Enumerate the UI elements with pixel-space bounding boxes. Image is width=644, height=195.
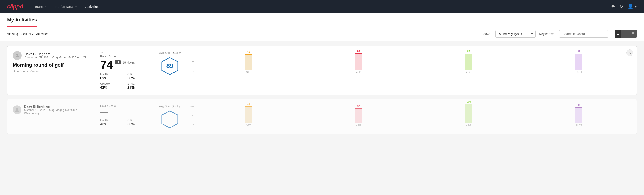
add-circle-icon[interactable]: ⊕ bbox=[611, 4, 615, 9]
grid-view-button[interactable]: ⊞ bbox=[622, 30, 629, 38]
user-info: Dave Billingham October 16, 2021 - Gog M… bbox=[13, 104, 93, 115]
bar-group: 85OTT bbox=[196, 51, 301, 74]
nav-performance-label: Performance bbox=[55, 5, 74, 8]
score-holes: 18 Holes bbox=[122, 61, 135, 64]
nav-activities[interactable]: Activities bbox=[84, 5, 100, 8]
bar-label: APP bbox=[356, 124, 361, 127]
chart-grid: 100 50 0 94OTT82APP106ARG87PUTT bbox=[190, 104, 631, 127]
gir-label: GIR bbox=[128, 73, 149, 76]
search-input[interactable] bbox=[559, 30, 608, 38]
stats-grid: FW Hit 43% GIR 56% bbox=[100, 119, 149, 126]
nav-teams-label: Teams bbox=[34, 5, 44, 8]
bar-fill bbox=[245, 54, 252, 70]
user-profile-icon[interactable]: 👤 ▾ bbox=[628, 4, 637, 9]
svg-point-0 bbox=[16, 54, 18, 56]
activities-list: Dave Billingham December 05, 2021 - Gog … bbox=[0, 41, 644, 142]
score-big: — bbox=[100, 108, 108, 116]
nav-icons: ⊕ ↻ 👤 ▾ bbox=[611, 4, 637, 9]
up-down-value: 43% bbox=[100, 86, 122, 90]
bar-top-line bbox=[245, 54, 252, 55]
refresh-icon[interactable]: ↻ bbox=[620, 4, 623, 9]
bar-top-line bbox=[465, 104, 472, 104]
brand-logo: clippd bbox=[7, 3, 23, 10]
shot-quality-label: Avg Shot Quality bbox=[159, 104, 181, 108]
round-stats: Round Score — FW Hit 43% GIR 56% bbox=[100, 104, 149, 126]
viewing-total: 29 bbox=[32, 32, 36, 36]
y-label-100: 100 bbox=[190, 104, 194, 107]
bar-label: OTT bbox=[246, 124, 251, 127]
bar-group: 90APP bbox=[306, 50, 411, 74]
bar-group: 87PUTT bbox=[526, 104, 631, 127]
bar-label: ARG bbox=[466, 71, 472, 74]
bar-fill bbox=[465, 54, 472, 70]
fw-hit-stat: FW Hit 43% bbox=[100, 119, 122, 126]
shot-quality: Avg Shot Quality bbox=[156, 104, 183, 129]
bar-fill bbox=[355, 108, 362, 123]
bar-value-label: 82 bbox=[357, 105, 360, 108]
hex-score: 89 bbox=[166, 62, 173, 70]
data-source: Data Source: Arccos bbox=[13, 70, 93, 73]
show-label: Show: bbox=[481, 32, 490, 36]
nav-teams[interactable]: Teams ▾ bbox=[34, 5, 47, 8]
page-title: My Activities bbox=[7, 13, 37, 26]
bar-group: 82APP bbox=[306, 105, 411, 127]
y-label-0: 0 bbox=[193, 124, 194, 127]
up-down-stat: Up/Down 43% bbox=[100, 82, 122, 90]
round-score-label: 74 bbox=[100, 51, 149, 54]
y-axis: 100 50 0 bbox=[190, 104, 196, 127]
round-score-row: 74 +4 18 Holes bbox=[100, 59, 149, 70]
compact-view-icon: ☰ bbox=[632, 32, 635, 36]
card-left: Dave Billingham December 05, 2021 - Gog … bbox=[13, 51, 93, 73]
card-left: Dave Billingham October 16, 2021 - Gog M… bbox=[13, 104, 93, 117]
bar-top-line bbox=[355, 108, 362, 109]
page-header: My Activities bbox=[0, 13, 644, 27]
y-label-50: 50 bbox=[192, 114, 194, 117]
y-label-0: 0 bbox=[193, 71, 194, 74]
y-label-50: 50 bbox=[192, 61, 194, 64]
user-info: Dave Billingham December 05, 2021 - Gog … bbox=[13, 51, 93, 60]
bar-top-line bbox=[465, 54, 472, 54]
bar-value-label: 89 bbox=[577, 50, 580, 53]
activity-title: Morning round of golf bbox=[13, 62, 93, 68]
fw-hit-label: FW Hit bbox=[100, 119, 122, 122]
shot-quality-chart: ✎ 100 50 0 85OTT90APP89ARG89PUTT bbox=[190, 51, 631, 74]
fw-hit-value: 43% bbox=[100, 122, 122, 126]
bar-label: PUTT bbox=[576, 124, 582, 127]
score-badge: +4 bbox=[115, 60, 121, 64]
filter-bar: Viewing 12 out of 29 Activities Show: Al… bbox=[0, 27, 644, 41]
activity-type-select[interactable]: All Activity Types Rounds Practice bbox=[496, 30, 536, 38]
bar-value-label: 106 bbox=[466, 100, 471, 103]
main-nav: clippd Teams ▾ Performance ▾ Activities … bbox=[0, 0, 644, 13]
bar-top-line bbox=[245, 106, 252, 107]
bar-top-line bbox=[575, 107, 582, 108]
bar-fill bbox=[465, 104, 472, 123]
bar-value-label: 94 bbox=[247, 102, 250, 106]
bar-fill bbox=[575, 107, 582, 123]
y-axis: 100 50 0 bbox=[190, 51, 196, 74]
hexagon-badge: 89 bbox=[160, 57, 179, 76]
compact-view-button[interactable]: ☰ bbox=[629, 30, 637, 38]
bar-group: 89ARG bbox=[416, 50, 521, 74]
bar-value-label: 89 bbox=[467, 50, 470, 53]
keywords-label: Keywords: bbox=[539, 32, 554, 36]
activity-date: December 05, 2021 - Gog Magog Golf Club … bbox=[24, 56, 88, 59]
svg-point-2 bbox=[16, 108, 18, 110]
grid-view-icon: ⊞ bbox=[624, 32, 626, 36]
fw-hit-label: FW Hit bbox=[100, 73, 122, 76]
list-view-icon: ≡ bbox=[617, 32, 619, 36]
fw-hit-value: 62% bbox=[100, 76, 122, 80]
bar-top-line bbox=[355, 53, 362, 54]
hexagon-badge bbox=[160, 110, 179, 129]
nav-performance[interactable]: Performance ▾ bbox=[54, 5, 78, 8]
list-view-button[interactable]: ≡ bbox=[614, 30, 621, 38]
bar-group: 106ARG bbox=[416, 100, 521, 127]
bar-fill bbox=[245, 106, 252, 123]
shot-quality-label: Avg Shot Quality bbox=[159, 51, 181, 54]
bar-label: ARG bbox=[466, 124, 472, 127]
bar-fill bbox=[575, 54, 582, 70]
svg-marker-3 bbox=[162, 111, 178, 128]
activity-type-select-wrapper: All Activity Types Rounds Practice bbox=[496, 30, 536, 38]
one-putt-label: 1 Putt bbox=[128, 82, 149, 85]
viewing-mid: out of bbox=[23, 32, 32, 36]
round-score-row: — bbox=[100, 108, 149, 116]
